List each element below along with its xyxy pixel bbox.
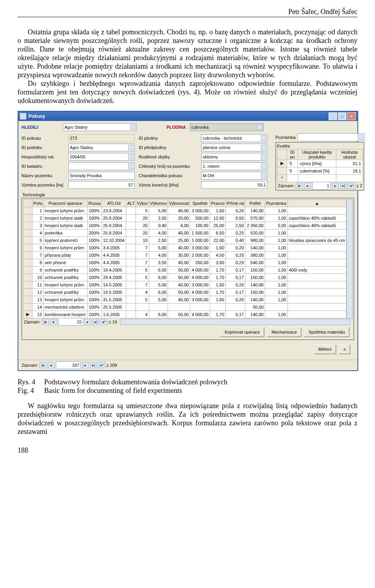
charakt-combo[interactable]: M-OH [201, 172, 268, 179]
kvalita-title: Kvalita [277, 144, 363, 148]
hledej-podnik-combo[interactable]: Agro Slatiny [63, 123, 137, 131]
tech-col-header[interactable]: Přímé ná [226, 199, 245, 207]
outer-nav-first[interactable]: |◂ [39, 362, 46, 368]
technologie-panel: PořaPracovní operaceRozsaATLOdALTVýkorVý… [21, 198, 354, 340]
kvalita-row[interactable]: ▶'3výnos [t/ha]51,1 [277, 160, 363, 167]
page-header-authors: Petr Šařec, Ondřej Šařec [18, 8, 357, 17]
tech-nav-next[interactable]: ▸ [84, 319, 91, 325]
minimize-button[interactable]: _ [329, 112, 337, 120]
tech-col-header[interactable]: ATLOd [102, 199, 126, 207]
titlebar: Pokusy _ □ × [18, 112, 357, 121]
tech-row[interactable]: 1hnojení tuhými prům:100%23.8.200455,004… [23, 207, 346, 214]
tech-col-header[interactable]: ALT [126, 199, 136, 207]
tech-row[interactable]: 8setí přesné100%4.4.200573,5040,00260,00… [23, 259, 346, 266]
tech-row[interactable]: 2hnojení tuhými statk100%25.8.2004202,00… [23, 214, 346, 222]
tech-row[interactable]: 14mechanické ošetřeni100%25.5.200550,00 [23, 303, 346, 311]
pokusy-window: Pokusy _ □ × HLEDEJ Agro Slatiny PLODINA… [18, 111, 358, 371]
technologie-recordbar: Záznam: |◂ ◂ 15 ▸ ▸| ▸* z 18 [23, 318, 353, 325]
technologie-label: Technologie [20, 191, 356, 197]
tech-col-header[interactable]: Potřel [245, 199, 265, 207]
nazev-pozemku-label: Název pozemku [21, 173, 64, 178]
tech-row[interactable]: 3hnojení tuhými statk100%25.8.2004200,40… [23, 222, 346, 229]
door-icon: ⎆ [343, 347, 346, 352]
kvalita-nav-new[interactable]: ▸* [348, 183, 355, 189]
kvalita-nav-next[interactable]: ▸ [332, 183, 339, 189]
rost-zbytky-combo[interactable]: sklizeny [201, 153, 268, 161]
plodina-combo[interactable]: cukrovka [190, 123, 264, 131]
tech-col-header[interactable]: Výkonnost [168, 199, 190, 207]
id-pokusu-field: 273 [68, 134, 135, 142]
vertical-scrollbar[interactable] [346, 199, 353, 318]
tech-row[interactable]: 11hnojení tuhými prům:100%14.5.200575,00… [23, 281, 346, 288]
outer-nav-next[interactable]: ▸ [82, 362, 89, 368]
id-katastru-label: ID katastru [21, 164, 64, 169]
tech-col-header[interactable]: Pořa [32, 199, 44, 207]
tech-row[interactable]: 12ochranné postřiky100%19.5.200546,0050,… [23, 288, 346, 296]
tech-row[interactable]: 5kypření podorničí100%12.10.2004102,5025… [23, 236, 346, 244]
mechanizace-button[interactable]: Mechanizace [267, 327, 302, 337]
id-plodiny-combo[interactable]: cukrovka - technická [201, 134, 268, 142]
id-predplodiny-combo[interactable]: pšenice ozimá [201, 144, 268, 151]
id-predplodiny-label: ID předplodiny [139, 145, 197, 150]
kvalita-col-hodnota: Hodnota ukazat [336, 149, 363, 160]
tech-col-header[interactable]: Výkonno [149, 199, 168, 207]
chlev-combo[interactable]: 1. rokem [201, 162, 268, 170]
kvalita-nav-first[interactable]: |◂ [296, 183, 303, 189]
vynos-field[interactable]: 59,1 [201, 181, 268, 189]
tech-row[interactable]: 10ochranné postřiky100%29.4.200556,0050,… [23, 274, 346, 281]
outer-recordbar: Záznam: |◂ ◂ 187 ▸ ▸| ▸* z 209 [21, 362, 355, 369]
kvalita-nav-last[interactable]: ▸| [340, 183, 347, 189]
nazev-pozemku-field[interactable]: Smirady Proutka [68, 172, 135, 179]
vymera-field[interactable]: 57 [68, 181, 135, 189]
id-podniku-label: ID podniku [21, 145, 64, 150]
outer-nav-last[interactable]: ▸| [90, 362, 97, 368]
outer-nav-prev[interactable]: ◂ [48, 362, 55, 368]
hosp-rok-combo[interactable]: 2004/05 [68, 153, 135, 161]
tech-nav-last[interactable]: ▸| [93, 319, 100, 325]
tech-col-header[interactable]: Rozsa [88, 199, 102, 207]
kvalita-nav-prev[interactable]: ◂ [304, 183, 311, 189]
window-title: Pokusy [29, 114, 45, 119]
tech-col-header[interactable]: Výkor [136, 199, 149, 207]
poznamka-combo[interactable] [297, 133, 364, 141]
rys4-label: Rys. 4 [18, 378, 44, 387]
kvalita-col-idpo: ID po [287, 149, 298, 160]
kopirovat-operace-button[interactable]: Kopírovat operace [220, 327, 264, 337]
kvalita-table: ID po Ukazatel kavlity produktu Hodnota … [277, 149, 363, 182]
kvalita-recordbar: Záznam: |◂ ◂ 1 ▸ ▸| ▸* z 2 [277, 182, 363, 189]
paragraph-1: Ostatnia grupa składa się z tabel pomocn… [18, 28, 357, 80]
maximize-button[interactable]: □ [338, 112, 346, 120]
fig4-label: Fig. 4 [18, 387, 44, 395]
tech-row[interactable]: 9ochranné postřiky100%19.4.200556,0050,0… [23, 266, 346, 274]
horizontal-scrollbar[interactable] [120, 319, 350, 325]
hosp-rok-label: Hospodářský rok [21, 155, 64, 159]
kvalita-panel: Kvalita ID po Ukazatel kavlity produktu … [275, 142, 364, 191]
tech-row[interactable]: ▶15kombinované hnojeni100%1.6.200546,005… [23, 311, 346, 318]
tech-nav-prev[interactable]: ◂ [50, 319, 57, 325]
plodina-label: PLODINA [167, 125, 186, 130]
hledej-label: HLEDEJ [21, 125, 61, 130]
spotreba-materialu-button[interactable]: Spotřeba materiálu [304, 327, 350, 337]
id-katastru-combo[interactable] [68, 162, 135, 170]
id-podniku-combo[interactable]: Agro Slatiny [68, 144, 135, 151]
tech-col-header[interactable]: Poznámka [265, 199, 288, 207]
tech-col-header[interactable]: Spotřeb [190, 199, 210, 207]
tech-col-header[interactable]: Pracovní operace [43, 199, 87, 207]
tech-nav-first[interactable]: |◂ [42, 319, 49, 325]
page-number: 188 [18, 446, 357, 455]
tech-col-header[interactable]: Pracno [210, 199, 225, 207]
outer-nav-new[interactable]: ▸* [98, 362, 105, 368]
close-button[interactable]: × [347, 112, 356, 120]
paragraph-3: W nagłówku tego formularza są umieszczon… [18, 402, 357, 436]
mereni-button[interactable]: Měření [314, 344, 336, 354]
technologie-table[interactable]: PořaPracovní operaceRozsaATLOdALTVýkorVý… [23, 199, 346, 318]
tech-nav-new[interactable]: ▸* [101, 319, 108, 325]
exit-door-button[interactable]: ⎆ [339, 344, 350, 354]
tech-row[interactable]: 6hnojení tuhými prům:100%3.4.200575,0040… [23, 244, 346, 251]
vymera-label: Výměra pozemku [ha] [21, 183, 64, 187]
tech-row[interactable]: 4podmítka200%25.8.2004204,0040,001 500,0… [23, 229, 346, 236]
tech-row[interactable]: 13hnojení tuhými prům:100%31.5.200555,00… [23, 296, 346, 303]
tech-row[interactable]: 7příprava půdy100%4.4.200574,0030,002 00… [23, 251, 346, 259]
kvalita-row[interactable]: '3cukernatost [%]18,1 [277, 167, 363, 174]
kvalita-col-ukazatel: Ukazatel kavlity produktu [298, 149, 336, 160]
